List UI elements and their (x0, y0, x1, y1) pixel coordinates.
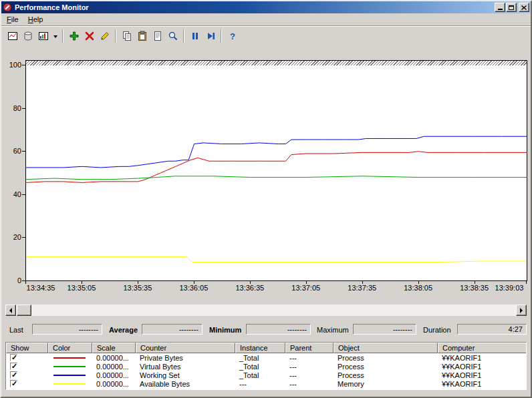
x-axis-tick (82, 281, 82, 284)
column-header-computer[interactable]: Computer (438, 343, 527, 353)
x-axis-label: 13:38:35 (454, 284, 495, 292)
highlight-button[interactable] (97, 29, 112, 43)
menu-file[interactable]: File (2, 14, 23, 25)
step-forward-icon (205, 31, 216, 41)
freeze-display-button[interactable] (187, 29, 203, 43)
column-header-instance[interactable]: Instance (235, 343, 285, 353)
counter-row[interactable]: 0.00000...Virtual Bytes_Total---Process¥… (6, 362, 526, 371)
last-label: Last (9, 326, 23, 334)
view-log-data-icon (23, 31, 33, 41)
cell-computer: ¥¥KAORIF1 (438, 371, 527, 379)
chevron-down-icon (53, 35, 57, 40)
cell-instance: _Total (235, 363, 285, 371)
cell-color (48, 357, 92, 359)
show-checkbox[interactable] (10, 354, 17, 361)
series-virtual-bytes (26, 176, 527, 180)
series-working-set (26, 136, 527, 168)
cell-parent: --- (285, 380, 334, 388)
help-icon: ? (227, 31, 238, 41)
y-axis-tick (22, 108, 25, 109)
cell-counter: Virtual Bytes (136, 363, 235, 371)
toolbar-separator (183, 29, 184, 43)
counter-row[interactable]: 0.00000...Private Bytes_Total---Process¥… (6, 353, 526, 362)
window-title: Performance Monitor (15, 3, 494, 11)
update-data-button[interactable] (203, 29, 218, 43)
cell-color (48, 366, 92, 367)
color-sample (53, 357, 86, 359)
series-available-bytes (26, 257, 527, 262)
color-sample (53, 375, 86, 376)
add-counter-button[interactable] (66, 29, 82, 43)
x-axis-label: 13:34:35 (21, 284, 61, 292)
cell-color (48, 375, 92, 376)
add-icon (69, 31, 80, 41)
toolbar: ? (1, 25, 531, 46)
menu-help[interactable]: Help (23, 14, 48, 25)
cell-object: Process (334, 371, 438, 379)
help-button[interactable]: ? (225, 29, 240, 43)
counter-row[interactable]: 0.00000...Working Set_Total---Process¥¥K… (6, 371, 526, 379)
x-axis-label: 13:37:05 (286, 284, 326, 292)
title-bar[interactable]: Performance Monitor (1, 1, 531, 13)
maximum-value: -------- (353, 324, 416, 335)
properties-icon (152, 31, 163, 41)
x-axis-label: 13:39:03 (489, 284, 529, 292)
paste-counter-list-button[interactable] (134, 29, 150, 43)
properties-button[interactable] (150, 29, 165, 43)
performance-monitor-window: Performance Monitor File Help (0, 0, 532, 398)
copy-properties-button[interactable] (119, 29, 134, 43)
close-button[interactable] (519, 3, 529, 12)
cell-instance: _Total (235, 371, 285, 379)
show-checkbox[interactable] (10, 380, 17, 387)
change-graph-type-button[interactable] (35, 29, 51, 43)
column-header-counter[interactable]: Counter (136, 343, 235, 353)
svg-text:?: ? (230, 31, 235, 41)
column-header-color[interactable]: Color (48, 343, 92, 353)
scroll-left-button[interactable] (5, 305, 16, 316)
counter-table-header: ShowColorScaleCounterInstanceParentObjec… (6, 343, 526, 353)
graph-type-dropdown-button[interactable] (51, 29, 59, 43)
x-axis-tick (194, 281, 194, 284)
average-label: Average (109, 326, 138, 334)
column-header-parent[interactable]: Parent (285, 343, 334, 353)
maximize-icon (509, 5, 514, 10)
x-axis-tick (138, 281, 138, 284)
minimum-value: -------- (246, 324, 311, 335)
menu-bar: File Help (1, 13, 531, 25)
horizontal-scrollbar[interactable] (5, 305, 527, 316)
x-axis-label: 13:38:05 (398, 284, 438, 292)
column-header-show[interactable]: Show (6, 343, 48, 353)
view-current-activity-button[interactable] (5, 29, 20, 43)
counter-legend: ShowColorScaleCounterInstanceParentObjec… (5, 342, 527, 390)
show-checkbox[interactable] (10, 363, 17, 370)
x-axis-label: 13:36:05 (174, 284, 214, 292)
minimize-button[interactable] (495, 3, 505, 12)
cell-object: Memory (334, 380, 438, 388)
magnifier-icon (168, 31, 178, 41)
view-log-data-button[interactable] (20, 29, 35, 43)
cell-show (6, 371, 48, 379)
counter-row[interactable]: 0.00000...Available Bytes------Memory¥¥K… (6, 379, 526, 388)
y-axis-label: 80 (3, 104, 21, 112)
maximize-button[interactable] (506, 3, 517, 12)
cell-parent: --- (285, 354, 334, 362)
show-checkbox[interactable] (10, 371, 17, 379)
duration-label: Duration (423, 326, 451, 334)
x-axis-label: 13:35:35 (118, 284, 158, 292)
scrollbar-thumb[interactable] (17, 305, 31, 316)
scroll-right-button[interactable] (516, 305, 527, 316)
app-icon (3, 3, 12, 12)
x-axis-tick (526, 281, 527, 284)
color-sample (53, 366, 86, 367)
last-value: -------- (32, 324, 102, 335)
cell-scale: 0.00000... (92, 380, 136, 388)
paste-icon (137, 31, 148, 41)
delete-counter-button[interactable] (82, 29, 97, 43)
arrow-right-icon (520, 308, 523, 313)
column-header-scale[interactable]: Scale (92, 343, 136, 353)
cell-scale: 0.00000... (92, 371, 136, 379)
column-header-object[interactable]: Object (334, 343, 438, 353)
cell-computer: ¥¥KAORIF1 (438, 380, 527, 388)
zoom-button[interactable] (165, 29, 180, 43)
y-axis-label: 60 (3, 147, 21, 155)
